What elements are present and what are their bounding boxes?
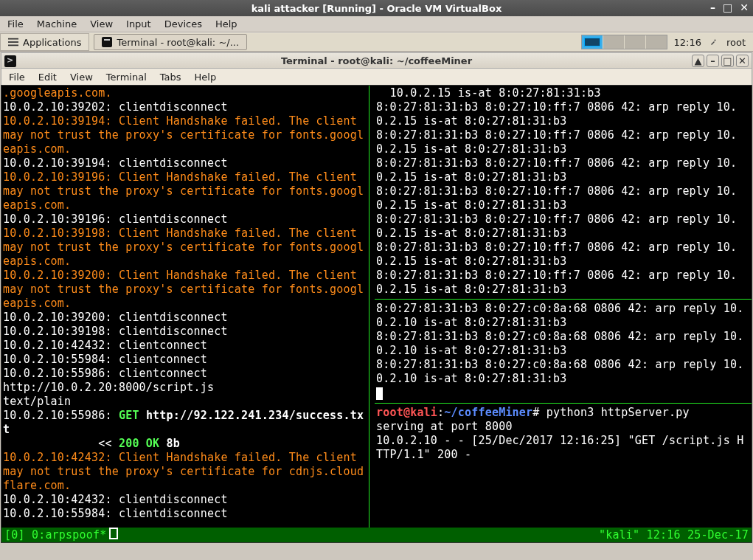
svg-rect-2 (8, 45, 18, 46)
applications-label: Applications (23, 37, 81, 48)
workspace-switcher[interactable] (581, 35, 667, 49)
term-menu-view[interactable]: View (70, 72, 93, 83)
tmux-status-right: "kali" 12:16 25-Dec-17 (599, 528, 749, 542)
panel-clock: 12:16 (667, 37, 707, 48)
menu-file[interactable]: File (7, 18, 24, 30)
virtualbox-window-buttons: – □ ✕ (710, 2, 749, 13)
minimize-icon[interactable]: – (707, 55, 719, 67)
tmux-status-left: [0] 0:arpspoof* (4, 528, 106, 542)
taskbar-terminal[interactable]: Terminal - root@kali: ~/... (94, 34, 247, 50)
terminal-menubar: File Edit View Terminal Tabs Help (1, 69, 752, 85)
maximize-icon[interactable]: □ (721, 55, 734, 67)
brush-icon[interactable] (707, 36, 719, 48)
minimize-icon[interactable]: – (710, 2, 715, 13)
workspace-2[interactable] (603, 35, 624, 49)
terminal-title-icon (4, 55, 16, 67)
workspace-3[interactable] (625, 35, 645, 49)
tmux-pane-right-bot[interactable]: root@kali:~/coffeeMiner# python3 httpSer… (375, 405, 752, 463)
tmux-hsplit-1 (375, 299, 752, 300)
terminal-window-buttons: ▲ – □ ✕ (692, 55, 749, 67)
tmux-panes: .googleapis.com.10.0.2.10:39202: clientd… (1, 86, 752, 528)
virtualbox-titlebar: kali attacker [Running] - Oracle VM Virt… (0, 0, 753, 16)
menu-view[interactable]: View (90, 18, 113, 30)
applications-button[interactable]: Applications (0, 33, 89, 51)
svg-rect-1 (8, 41, 18, 43)
virtualbox-menubar: File Machine View Input Devices Help (0, 16, 753, 32)
term-menu-tabs[interactable]: Tabs (160, 72, 181, 83)
term-menu-file[interactable]: File (9, 72, 25, 83)
tmux-pane-right-top[interactable]: 10.0.2.15 is-at 8:0:27:81:31:b38:0:27:81… (375, 86, 752, 297)
tmux-vsplit (369, 86, 375, 528)
terminal-window: Terminal - root@kali: ~/coffeeMiner ▲ – … (1, 52, 752, 543)
hamburger-icon (8, 37, 18, 47)
close-icon[interactable]: ✕ (736, 55, 749, 67)
shade-icon[interactable]: ▲ (692, 55, 704, 67)
tmux-pane-left[interactable]: .googleapis.com.10.0.2.10:39202: clientd… (1, 86, 369, 528)
terminal-title: Terminal - root@kali: ~/coffeeMiner (281, 55, 472, 66)
panel-user[interactable]: root (719, 37, 753, 48)
tmux-pane-right: 10.0.2.15 is-at 8:0:27:81:31:b38:0:27:81… (375, 86, 752, 528)
terminal-titlebar[interactable]: Terminal - root@kali: ~/coffeeMiner ▲ – … (1, 52, 752, 69)
term-menu-terminal[interactable]: Terminal (106, 72, 147, 83)
term-menu-help[interactable]: Help (195, 72, 217, 83)
term-menu-edit[interactable]: Edit (38, 72, 57, 83)
terminal-icon (102, 37, 112, 47)
menu-input[interactable]: Input (126, 18, 151, 30)
workspace-4[interactable] (646, 35, 667, 49)
tmux-pane-right-mid[interactable]: 8:0:27:81:31:b3 8:0:27:c0:8a:68 0806 42:… (375, 301, 752, 401)
menu-devices[interactable]: Devices (164, 18, 202, 30)
terminal-body[interactable]: .googleapis.com.10.0.2.10:39202: clientd… (1, 85, 752, 543)
maximize-icon[interactable]: □ (723, 2, 732, 13)
workspace-1[interactable] (582, 35, 603, 49)
menu-machine[interactable]: Machine (37, 18, 77, 30)
tmux-statusbar: [0] 0:arpspoof* "kali" 12:16 25-Dec-17 (1, 528, 752, 542)
virtualbox-title: kali attacker [Running] - Oracle VM Virt… (251, 3, 502, 14)
xfce-panel: Applications Terminal - root@kali: ~/...… (0, 32, 753, 52)
tmux-cursor (109, 528, 118, 543)
svg-rect-0 (8, 38, 18, 40)
taskbar-label: Terminal - root@kali: ~/... (117, 37, 239, 48)
menu-help[interactable]: Help (215, 18, 237, 30)
tmux-hsplit-2 (375, 403, 752, 404)
close-icon[interactable]: ✕ (740, 2, 749, 13)
svg-point-3 (714, 40, 715, 41)
